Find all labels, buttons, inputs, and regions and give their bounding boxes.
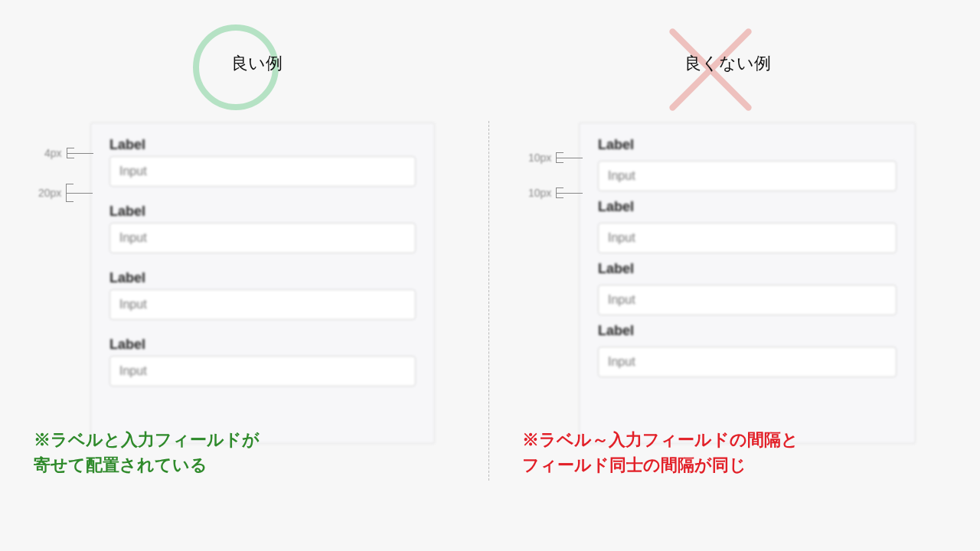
good-form-panel: Label Label Label Label (90, 122, 435, 444)
bad-form-panel: Label Label Label Label (579, 122, 916, 444)
field-input[interactable] (109, 156, 416, 187)
form-group: Label (598, 137, 897, 191)
field-label: Label (109, 204, 416, 220)
spacing-callout: 4px (44, 147, 93, 159)
callout-stem (67, 153, 93, 154)
field-label: Label (109, 337, 416, 353)
good-title: 良い例 (180, 52, 333, 75)
field-input[interactable] (109, 223, 416, 253)
page: 良い例 良くない例 Label Label Label Label 4px 20… (0, 0, 980, 551)
caption-line: ※ラベルと入力フィールドが (34, 430, 260, 449)
field-input[interactable] (598, 223, 897, 253)
bracket-icon (66, 184, 67, 202)
spacing-callout: 20px (38, 184, 93, 202)
form-group: Label (598, 199, 897, 253)
field-input[interactable] (109, 289, 416, 320)
bracket-icon (556, 187, 557, 198)
field-label: Label (598, 261, 897, 277)
field-label: Label (109, 270, 416, 286)
caption-line: ※ラベル～入力フィールドの間隔と (522, 430, 799, 449)
spacing-value: 10px (528, 152, 551, 164)
caption-line: 寄せて配置されている (34, 455, 207, 474)
bad-caption: ※ラベル～入力フィールドの間隔と フィールド同士の間隔が同じ (522, 427, 799, 478)
spacing-value: 10px (528, 187, 551, 199)
callout-stem (557, 158, 583, 158)
spacing-value: 4px (44, 147, 62, 159)
form-group: Label (109, 270, 416, 320)
field-label: Label (598, 137, 897, 153)
field-label: Label (109, 137, 416, 153)
form-group: Label (109, 337, 416, 386)
bracket-icon (67, 148, 67, 158)
column-divider (488, 121, 489, 481)
field-label: Label (598, 199, 897, 215)
field-input[interactable] (598, 347, 897, 377)
bracket-icon (556, 152, 557, 163)
spacing-callout: 10px (528, 187, 583, 199)
caption-line: フィールド同士の間隔が同じ (522, 455, 746, 474)
field-label: Label (598, 323, 897, 339)
header-row: 良い例 良くない例 (0, 14, 980, 113)
good-caption: ※ラベルと入力フィールドが 寄せて配置されている (34, 427, 260, 478)
field-input[interactable] (109, 356, 416, 386)
spacing-value: 20px (38, 187, 61, 199)
form-group: Label (109, 204, 416, 253)
field-input[interactable] (598, 285, 897, 315)
field-input[interactable] (598, 161, 897, 191)
form-group: Label (109, 137, 416, 187)
spacing-callout: 10px (528, 152, 583, 164)
bad-title: 良くない例 (651, 52, 804, 75)
callout-stem (67, 193, 93, 194)
form-group: Label (598, 261, 897, 315)
form-group: Label (598, 323, 897, 377)
callout-stem (557, 193, 583, 194)
